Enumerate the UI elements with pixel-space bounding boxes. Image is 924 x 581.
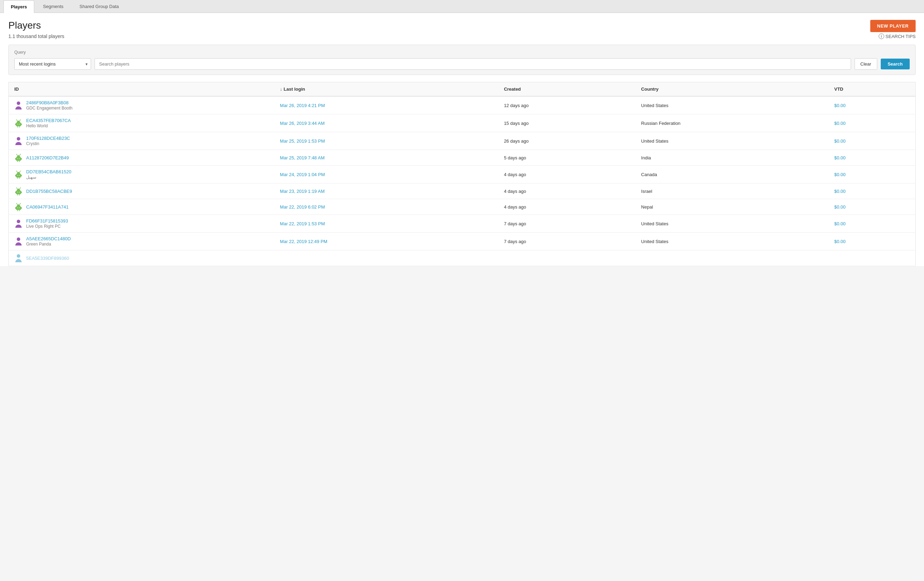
vtd-cell: $0.00 [829, 96, 916, 114]
last-login-cell: Mar 22, 2019 6:02 PM [274, 199, 498, 215]
player-id-link[interactable]: 5EA5E339DF899360 [26, 256, 69, 261]
player-name: Crystin [26, 141, 70, 146]
vtd-link[interactable]: $0.00 [834, 103, 846, 108]
player-id-cell: 5EA5E339DF899360 [9, 250, 275, 266]
created-cell: 7 days ago [498, 233, 635, 250]
player-id-info: 5EA5E339DF899360 [26, 256, 69, 261]
player-id-link[interactable]: A5AEE2665DC1480D [26, 236, 71, 241]
players-table: ID↓Last loginCreatedCountryVTD 2486F90B8… [8, 82, 916, 266]
table-row: DD1B755BC58ACBE9 Mar 23, 2019 1:19 AM4 d… [9, 183, 916, 199]
person-icon [14, 219, 23, 228]
player-id-link[interactable]: FD66F31F15815393 [26, 218, 68, 224]
player-id-info: CA06947F3411A741 [26, 204, 68, 210]
created-cell: 12 days ago [498, 96, 635, 114]
last-login-link[interactable]: Mar 25, 2019 1:53 PM [280, 138, 325, 144]
info-icon: i [879, 33, 884, 39]
svg-rect-14 [17, 178, 18, 179]
search-button[interactable]: Search [881, 59, 910, 69]
svg-rect-26 [17, 210, 18, 211]
vtd-cell: $0.00 [829, 215, 916, 233]
tab-segments[interactable]: Segments [36, 0, 71, 13]
table-row: CA06947F3411A741 Mar 22, 2019 6:02 PM4 d… [9, 199, 916, 215]
player-id-link[interactable]: 170F6128DCE4B23C [26, 136, 70, 141]
vtd-link[interactable]: $0.00 [834, 204, 846, 210]
table-row: ECA4357FEB7067CA Hello World Mar 26, 201… [9, 114, 916, 132]
tab-players[interactable]: Players [3, 0, 34, 13]
sort-arrow-icon: ↓ [280, 87, 282, 92]
player-id-link[interactable]: DD7EB54CBAB61520 [26, 169, 71, 174]
android-icon [14, 119, 23, 127]
last-login-link[interactable]: Mar 22, 2019 6:02 PM [280, 204, 325, 210]
player-name: سهيل [26, 175, 71, 179]
svg-point-23 [19, 192, 20, 193]
vtd-link[interactable]: $0.00 [834, 121, 846, 126]
last-login-link[interactable]: Mar 22, 2019 1:53 PM [280, 221, 325, 226]
player-id-link[interactable]: CA06947F3411A741 [26, 204, 68, 210]
last-login-cell: Mar 23, 2019 1:19 AM [274, 183, 498, 199]
player-id-cell: A11287206D7E2B49 [9, 150, 275, 166]
svg-line-18 [16, 171, 17, 172]
created-cell: 4 days ago [498, 183, 635, 199]
svg-point-33 [17, 237, 20, 241]
android-icon [14, 153, 23, 162]
player-id-link[interactable]: ECA4357FEB7067CA [26, 118, 71, 123]
player-id-cell: 170F6128DCE4B23C Crystin [9, 132, 275, 150]
country-cell: Nepal [635, 199, 828, 215]
search-tips-link[interactable]: i SEARCH TIPS [879, 33, 916, 39]
new-player-button[interactable]: NEW PLAYER [870, 20, 916, 32]
player-id-cell: A5AEE2665DC1480D Green Panda [9, 233, 275, 250]
last-login-link[interactable]: Mar 23, 2019 1:19 AM [280, 189, 325, 194]
table-row: 170F6128DCE4B23C Crystin Mar 25, 2019 1:… [9, 132, 916, 150]
header-row: ID↓Last loginCreatedCountryVTD [9, 82, 916, 97]
tab-shared-group-data[interactable]: Shared Group Data [72, 0, 126, 13]
svg-line-25 [20, 188, 21, 189]
country-cell: United States [635, 215, 828, 233]
svg-point-22 [17, 192, 18, 193]
vtd-link[interactable]: $0.00 [834, 138, 846, 144]
sort-select[interactable]: Most recent loginsCreation datePlayer ID [14, 58, 91, 70]
search-input[interactable] [94, 58, 851, 70]
player-id-info: 170F6128DCE4B23C Crystin [26, 136, 70, 146]
country-cell: Canada [635, 166, 828, 183]
table-body: 2486F90B8A0F3B08 GDC Engagement Booth Ma… [9, 96, 916, 266]
query-controls: Most recent loginsCreation datePlayer ID… [14, 58, 910, 70]
table-row: 5EA5E339DF899360 [9, 250, 916, 266]
svg-point-28 [17, 207, 18, 208]
player-id-link[interactable]: 2486F90B8A0F3B08 [26, 100, 73, 105]
last-login-cell: Mar 22, 2019 12:49 PM [274, 233, 498, 250]
svg-line-5 [16, 120, 17, 121]
vtd-link[interactable]: $0.00 [834, 189, 846, 194]
svg-point-17 [19, 175, 20, 176]
created-cell: 4 days ago [498, 166, 635, 183]
sort-select-wrapper: Most recent loginsCreation datePlayer ID… [14, 58, 91, 70]
player-id-link[interactable]: DD1B755BC58ACBE9 [26, 189, 72, 194]
person-icon [14, 137, 23, 145]
last-login-link[interactable]: Mar 25, 2019 7:48 AM [280, 155, 325, 160]
last-login-link[interactable]: Mar 26, 2019 4:21 PM [280, 103, 325, 108]
person-icon [14, 237, 23, 245]
player-id-info: ECA4357FEB7067CA Hello World [26, 118, 71, 128]
person-icon [14, 254, 23, 262]
table-row: A5AEE2665DC1480D Green Panda Mar 22, 201… [9, 233, 916, 250]
last-login-link[interactable]: Mar 26, 2019 3:44 AM [280, 121, 325, 126]
total-players-count: 1.1 thousand total players [8, 33, 64, 39]
svg-point-32 [17, 220, 20, 223]
table-row: 2486F90B8A0F3B08 GDC Engagement Booth Ma… [9, 96, 916, 114]
vtd-link[interactable]: $0.00 [834, 155, 846, 160]
col-header-id: ID [9, 82, 275, 97]
col-header-last_login[interactable]: ↓Last login [274, 82, 498, 97]
last-login-link[interactable]: Mar 24, 2019 1:04 PM [280, 172, 325, 177]
vtd-link[interactable]: $0.00 [834, 239, 846, 244]
last-login-cell: Mar 22, 2019 1:53 PM [274, 215, 498, 233]
last-login-link[interactable]: Mar 22, 2019 12:49 PM [280, 239, 327, 244]
clear-button[interactable]: Clear [855, 58, 877, 70]
query-label: Query [14, 50, 910, 55]
svg-rect-9 [19, 161, 20, 162]
player-id-link[interactable]: A11287206D7E2B49 [26, 155, 69, 160]
vtd-link[interactable]: $0.00 [834, 172, 846, 177]
svg-point-11 [19, 158, 20, 159]
query-box: Query Most recent loginsCreation datePla… [8, 44, 916, 75]
android-icon [14, 187, 23, 195]
vtd-link[interactable]: $0.00 [834, 221, 846, 226]
page-content: Players NEW PLAYER 1.1 thousand total pl… [0, 13, 924, 266]
